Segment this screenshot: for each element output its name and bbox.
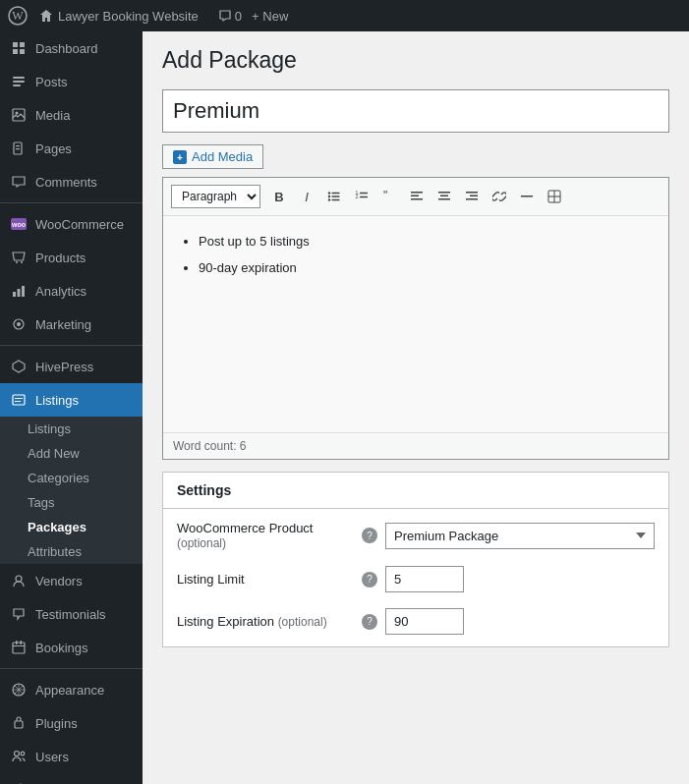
ordered-list-button[interactable]: 1.2. xyxy=(349,184,374,209)
sidebar-item-posts[interactable]: Posts xyxy=(0,65,143,98)
users-icon xyxy=(10,748,28,765)
sidebar-item-vendors[interactable]: Vendors xyxy=(0,564,143,597)
sidebar-item-bookings-label: Bookings xyxy=(35,641,87,655)
posts-icon xyxy=(10,73,28,90)
link-button[interactable] xyxy=(487,184,512,209)
svg-rect-12 xyxy=(16,145,20,146)
list-button[interactable] xyxy=(321,184,347,209)
sidebar-item-woocommerce-label: WooCommerce xyxy=(35,217,124,232)
svg-rect-24 xyxy=(13,395,25,405)
woocommerce-product-help[interactable]: ? xyxy=(362,528,377,543)
divider-3 xyxy=(0,668,143,669)
sidebar-item-analytics[interactable]: Analytics xyxy=(0,274,143,308)
sidebar-item-products[interactable]: Products xyxy=(0,241,143,274)
sidebar-item-testimonials[interactable]: Testimonials xyxy=(0,597,143,631)
submenu-listings[interactable]: Listings xyxy=(0,417,143,441)
sidebar-item-marketing-label: Marketing xyxy=(35,317,91,332)
listing-limit-input[interactable] xyxy=(385,566,464,592)
site-name[interactable]: Lawyer Booking Website xyxy=(39,9,199,24)
svg-rect-20 xyxy=(22,286,25,297)
dashboard-icon xyxy=(10,39,28,57)
align-left-button[interactable] xyxy=(404,184,430,209)
sidebar-item-appearance[interactable]: Appearance xyxy=(0,673,143,706)
settings-header: Settings xyxy=(163,473,668,509)
svg-point-22 xyxy=(17,322,21,326)
plugins-icon xyxy=(10,714,28,732)
svg-point-33 xyxy=(15,752,20,756)
bookings-icon xyxy=(10,639,28,656)
listings-submenu: Listings Add New Categories Tags Package… xyxy=(0,417,143,564)
submenu-add-new[interactable]: Add New xyxy=(0,441,143,466)
svg-rect-18 xyxy=(13,292,16,297)
svg-marker-23 xyxy=(13,361,25,372)
svg-rect-28 xyxy=(13,643,25,653)
package-title-input[interactable] xyxy=(162,89,669,133)
hivepress-icon xyxy=(10,358,28,375)
sidebar-item-tools[interactable]: Tools xyxy=(0,773,143,784)
svg-rect-57 xyxy=(521,196,533,197)
sidebar-item-vendors-label: Vendors xyxy=(35,574,83,588)
wp-logo[interactable]: W xyxy=(8,6,28,26)
listing-expiration-row: Listing Expiration (optional) ? xyxy=(177,608,655,635)
listing-limit-help[interactable]: ? xyxy=(362,572,377,588)
sidebar-item-dashboard[interactable]: Dashboard xyxy=(0,31,143,65)
horizontal-rule-button[interactable] xyxy=(514,184,540,209)
bold-button[interactable]: B xyxy=(266,184,292,209)
marketing-icon xyxy=(10,315,28,333)
svg-point-10 xyxy=(16,112,19,115)
svg-rect-40 xyxy=(332,196,340,196)
align-center-button[interactable] xyxy=(431,184,457,209)
sidebar-item-comments[interactable]: Comments xyxy=(0,165,143,198)
sidebar-item-dashboard-label: Dashboard xyxy=(35,41,98,56)
submenu-packages[interactable]: Packages xyxy=(0,515,143,539)
media-icon xyxy=(10,106,28,124)
editor-content[interactable]: Post up to 5 listings 90-day expiration xyxy=(163,216,668,432)
svg-rect-55 xyxy=(470,196,478,197)
sidebar-item-media-label: Media xyxy=(35,108,70,123)
table-button[interactable] xyxy=(542,184,567,209)
svg-rect-51 xyxy=(438,192,450,194)
page-title: Add Package xyxy=(162,47,669,74)
listing-expiration-help[interactable]: ? xyxy=(362,614,377,630)
analytics-icon xyxy=(10,282,28,300)
sidebar-item-listings[interactable]: Listings xyxy=(0,383,143,417)
woocommerce-product-select[interactable]: Premium Package Basic Package Standard P… xyxy=(385,523,655,549)
sidebar-item-marketing[interactable]: Marketing xyxy=(0,308,143,341)
sidebar-item-hivepress[interactable]: HivePress xyxy=(0,350,143,383)
svg-rect-42 xyxy=(332,199,340,200)
blockquote-button[interactable]: " xyxy=(376,184,402,209)
listings-icon xyxy=(10,391,28,409)
woocommerce-product-row: WooCommerce Product (optional) ? Premium… xyxy=(177,521,655,550)
word-count: Word count: 6 xyxy=(163,432,668,459)
svg-point-16 xyxy=(16,261,18,263)
sidebar-item-testimonials-label: Testimonials xyxy=(35,607,106,622)
sidebar-item-users[interactable]: Users xyxy=(0,740,143,773)
listing-expiration-input[interactable] xyxy=(385,608,464,635)
svg-point-17 xyxy=(21,261,23,263)
sidebar-item-appearance-label: Appearance xyxy=(35,683,104,698)
sidebar-item-posts-label: Posts xyxy=(35,75,68,89)
submenu-attributes[interactable]: Attributes xyxy=(0,539,143,564)
svg-rect-26 xyxy=(15,401,21,402)
sidebar: Dashboard Posts Media Pages Comments xyxy=(0,31,143,784)
svg-rect-52 xyxy=(440,196,448,197)
sidebar-item-media[interactable]: Media xyxy=(0,98,143,132)
submenu-categories[interactable]: Categories xyxy=(0,466,143,490)
paragraph-format-select[interactable]: Paragraph Heading 1 Heading 2 Heading 3 xyxy=(171,185,260,208)
svg-text:woo: woo xyxy=(11,221,26,228)
comments-count[interactable]: 0 xyxy=(218,9,242,24)
italic-button[interactable]: I xyxy=(294,184,319,209)
svg-point-41 xyxy=(328,198,330,200)
align-right-button[interactable] xyxy=(459,184,485,209)
sidebar-item-pages[interactable]: Pages xyxy=(0,132,143,165)
submenu-tags[interactable]: Tags xyxy=(0,490,143,515)
add-media-button[interactable]: + Add Media xyxy=(162,144,263,169)
settings-box: Settings WooCommerce Product (optional) … xyxy=(162,472,669,647)
media-upload-icon: + xyxy=(173,150,187,164)
sidebar-item-woocommerce[interactable]: woo WooCommerce xyxy=(0,207,143,241)
editor-list-item-2: 90-day expiration xyxy=(199,258,653,279)
new-content[interactable]: + New xyxy=(252,9,288,24)
sidebar-item-bookings[interactable]: Bookings xyxy=(0,631,143,664)
sidebar-item-plugins[interactable]: Plugins xyxy=(0,706,143,740)
svg-rect-9 xyxy=(13,109,25,121)
